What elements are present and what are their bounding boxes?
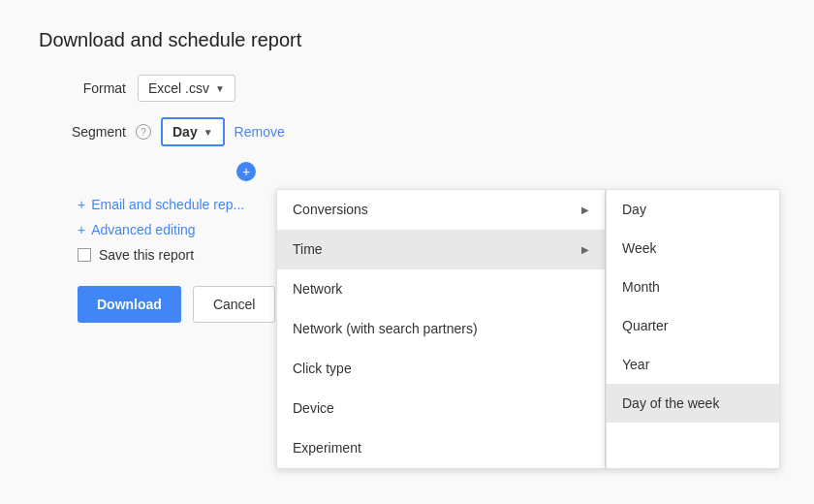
submenu-item-day[interactable]: Day <box>607 190 779 229</box>
submenu-item-year[interactable]: Year <box>607 345 779 384</box>
submenu-item-day-of-week-label: Day of the week <box>622 395 719 411</box>
format-dropdown-arrow: ▼ <box>215 83 225 94</box>
remove-link[interactable]: Remove <box>235 124 285 140</box>
advanced-editing-expand-icon[interactable]: + <box>78 222 85 237</box>
menu-item-time[interactable]: Time ▶ <box>277 230 605 269</box>
menu-item-conversions-chevron: ▶ <box>581 205 589 215</box>
menu-item-experiment-label: Experiment <box>293 440 361 456</box>
segment-dropdown-menu: Conversions ▶ Time ▶ Network Network (wi… <box>276 189 606 469</box>
email-schedule-link[interactable]: Email and schedule rep... <box>91 197 244 212</box>
submenu-item-quarter[interactable]: Quarter <box>607 306 779 345</box>
menu-item-conversions-label: Conversions <box>293 202 368 217</box>
save-report-checkbox[interactable] <box>78 248 91 262</box>
format-select[interactable]: Excel .csv ▼ <box>138 75 235 102</box>
dropdown-container: Conversions ▶ Time ▶ Network Network (wi… <box>276 189 780 469</box>
segment-help-icon[interactable]: ? <box>136 124 151 140</box>
submenu-item-day-label: Day <box>622 202 646 217</box>
add-segment-button[interactable]: + <box>236 162 256 181</box>
segment-row: Segment ? Day ▼ Remove <box>39 117 775 146</box>
menu-item-network-partners[interactable]: Network (with search partners) <box>277 309 605 349</box>
menu-item-device[interactable]: Device <box>277 389 605 428</box>
submenu-item-month[interactable]: Month <box>607 268 779 306</box>
time-submenu: Day Week Month Quarter Year Day of the w… <box>606 189 780 469</box>
segment-button-label: Day <box>172 124 198 140</box>
menu-item-time-chevron: ▶ <box>581 244 589 255</box>
segment-button[interactable]: Day ▼ <box>161 117 225 146</box>
format-value: Excel .csv <box>148 80 209 96</box>
format-row: Format Excel .csv ▼ <box>39 75 775 102</box>
menu-item-network-partners-label: Network (with search partners) <box>293 321 478 336</box>
add-segment-icon: + <box>242 164 250 179</box>
add-segment-area: + <box>138 162 775 181</box>
download-button[interactable]: Download <box>78 286 181 323</box>
email-schedule-expand-icon[interactable]: + <box>78 197 85 212</box>
submenu-item-week[interactable]: Week <box>607 229 779 268</box>
menu-item-click-type[interactable]: Click type <box>277 349 605 389</box>
segment-button-arrow: ▼ <box>204 127 213 138</box>
submenu-item-week-label: Week <box>622 240 657 256</box>
save-report-label: Save this report <box>99 247 194 263</box>
advanced-editing-link[interactable]: Advanced editing <box>91 222 195 237</box>
segment-label: Segment <box>39 124 126 140</box>
menu-item-experiment[interactable]: Experiment <box>277 428 605 468</box>
submenu-item-year-label: Year <box>622 357 649 372</box>
menu-item-device-label: Device <box>293 400 334 416</box>
cancel-button[interactable]: Cancel <box>193 286 276 323</box>
menu-item-conversions[interactable]: Conversions ▶ <box>277 190 605 230</box>
menu-item-network-label: Network <box>293 281 342 297</box>
submenu-item-month-label: Month <box>622 279 660 295</box>
menu-item-click-type-label: Click type <box>293 361 352 376</box>
submenu-item-day-of-week[interactable]: Day of the week <box>607 384 779 423</box>
submenu-item-quarter-label: Quarter <box>622 318 668 333</box>
format-label: Format <box>39 80 126 96</box>
main-panel: Download and schedule report Format Exce… <box>0 0 814 504</box>
dialog-title: Download and schedule report <box>39 29 775 51</box>
menu-item-time-label: Time <box>293 241 323 257</box>
menu-item-network[interactable]: Network <box>277 269 605 309</box>
